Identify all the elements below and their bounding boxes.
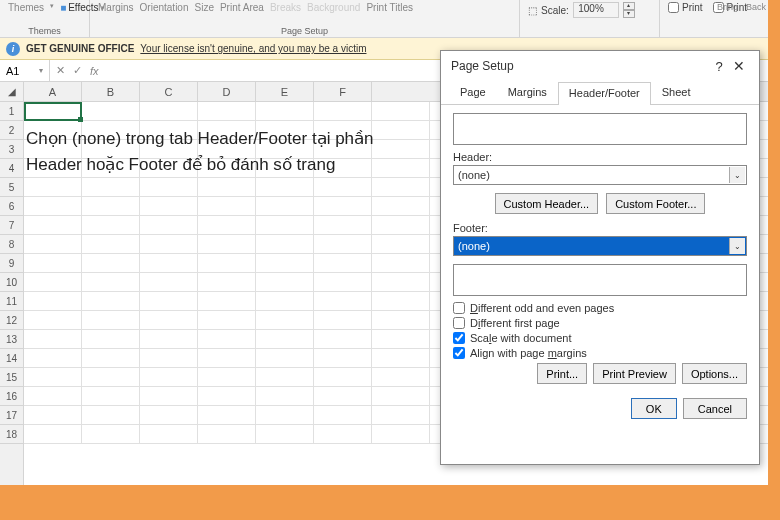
page-setup-dialog: Page Setup ? ✕ PageMarginsHeader/FooterS…: [440, 50, 760, 465]
col-header-C[interactable]: C: [140, 82, 198, 101]
chevron-down-icon[interactable]: ⌄: [729, 167, 745, 183]
custom-footer-button[interactable]: Custom Footer...: [606, 193, 705, 214]
col-header-A[interactable]: A: [24, 82, 82, 101]
cancel-button[interactable]: Cancel: [683, 398, 747, 419]
dialog-titlebar: Page Setup ? ✕: [441, 51, 759, 81]
col-header-B[interactable]: B: [82, 82, 140, 101]
scale-label: Scale:: [541, 5, 569, 16]
ribbon-margins[interactable]: Margins: [98, 2, 134, 13]
themes-dropdown[interactable]: Themes: [8, 2, 44, 13]
scale-input[interactable]: 100%: [573, 2, 619, 18]
ribbon-breaks[interactable]: Breaks: [270, 2, 301, 13]
row-header-4[interactable]: 4: [0, 159, 23, 178]
ribbon-background[interactable]: Background: [307, 2, 360, 13]
print-button[interactable]: Print...: [537, 363, 587, 384]
row-header-16[interactable]: 16: [0, 387, 23, 406]
row-header-8[interactable]: 8: [0, 235, 23, 254]
instruction-overlay: Chọn (none) trong tab Header/Footer tại …: [26, 126, 386, 177]
name-box[interactable]: A1▾: [0, 60, 50, 81]
header-preview: [453, 113, 747, 145]
banner-message: Your license isn't genuine, and you may …: [140, 43, 366, 54]
fx-icon[interactable]: fx: [90, 65, 99, 77]
tab-page[interactable]: Page: [449, 81, 497, 104]
scale-spinner[interactable]: ▴▾: [623, 2, 635, 18]
options-button[interactable]: Options...: [682, 363, 747, 384]
banner-title: GET GENUINE OFFICE: [26, 43, 134, 54]
col-header-F[interactable]: F: [314, 82, 372, 101]
col-header-D[interactable]: D: [198, 82, 256, 101]
row-header-2[interactable]: 2: [0, 121, 23, 140]
right-border: [768, 0, 780, 485]
row-header-9[interactable]: 9: [0, 254, 23, 273]
enter-formula-icon[interactable]: ✓: [73, 64, 82, 77]
dialog-title: Page Setup: [451, 59, 709, 73]
col-header-E[interactable]: E: [256, 82, 314, 101]
tab-header-footer[interactable]: Header/Footer: [558, 82, 651, 105]
select-all-triangle[interactable]: ◢: [0, 82, 23, 102]
ribbon-group-page-setup: Page Setup: [98, 26, 511, 37]
row-header-18[interactable]: 18: [0, 425, 23, 444]
row-header-1[interactable]: 1: [0, 102, 23, 121]
row-header-11[interactable]: 11: [0, 292, 23, 311]
header-label: Header:: [453, 151, 747, 163]
ribbon-orientation[interactable]: Orientation: [140, 2, 189, 13]
ribbon-print-area[interactable]: Print Area: [220, 2, 264, 13]
help-icon[interactable]: ?: [709, 59, 729, 74]
print-gridlines-checkbox[interactable]: Print: [668, 2, 703, 13]
row-header-3[interactable]: 3: [0, 140, 23, 159]
row-header-10[interactable]: 10: [0, 273, 23, 292]
footer-preview: [453, 264, 747, 296]
close-icon[interactable]: ✕: [729, 58, 749, 74]
row-header-13[interactable]: 13: [0, 330, 23, 349]
row-header-6[interactable]: 6: [0, 197, 23, 216]
header-dropdown[interactable]: (none) ⌄: [453, 165, 747, 185]
chevron-down-icon[interactable]: ⌄: [729, 238, 745, 254]
row-header-7[interactable]: 7: [0, 216, 23, 235]
ribbon-group-themes: Themes: [8, 26, 81, 37]
align-margins-checkbox[interactable]: Align with page margins: [453, 347, 747, 359]
tab-sheet[interactable]: Sheet: [651, 81, 702, 104]
row-header-15[interactable]: 15: [0, 368, 23, 387]
ribbon-right-cut: Bring Back: [717, 2, 766, 12]
cancel-formula-icon[interactable]: ✕: [56, 64, 65, 77]
chevron-down-icon: ▾: [50, 2, 54, 10]
tab-margins[interactable]: Margins: [497, 81, 558, 104]
scale-with-doc-checkbox[interactable]: Scale with document: [453, 332, 747, 344]
ribbon-print-titles[interactable]: Print Titles: [366, 2, 413, 13]
custom-header-button[interactable]: Custom Header...: [495, 193, 599, 214]
row-header-17[interactable]: 17: [0, 406, 23, 425]
ok-button[interactable]: OK: [631, 398, 677, 419]
dialog-tabs: PageMarginsHeader/FooterSheet: [441, 81, 759, 105]
row-header-14[interactable]: 14: [0, 349, 23, 368]
bottom-border: [0, 485, 780, 520]
footer-label: Footer:: [453, 222, 747, 234]
ribbon-size[interactable]: Size: [195, 2, 214, 13]
diff-first-page-checkbox[interactable]: Different first page: [453, 317, 747, 329]
info-icon: i: [6, 42, 20, 56]
footer-dropdown[interactable]: (none) ⌄: [453, 236, 747, 256]
scale-icon: ⬚: [528, 5, 537, 16]
row-header-12[interactable]: 12: [0, 311, 23, 330]
ribbon: Themes ▾ ■Effects▾ Themes MarginsOrienta…: [0, 0, 780, 38]
row-header-5[interactable]: 5: [0, 178, 23, 197]
print-preview-button[interactable]: Print Preview: [593, 363, 676, 384]
diff-odd-even-checkbox[interactable]: Different odd and even pages: [453, 302, 747, 314]
